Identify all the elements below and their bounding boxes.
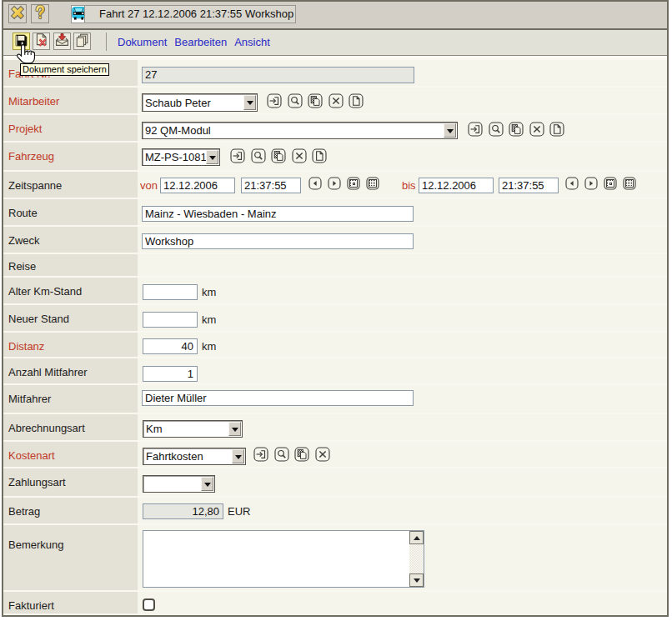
anzahl_mitfahrer-input[interactable]: 1 — [143, 366, 198, 382]
projekt-search-button[interactable] — [489, 123, 504, 138]
kostenart-goto-button[interactable] — [253, 448, 268, 463]
row-zeitspanne: Zeitspannevon12.12.200621:37:55 bis12.12… — [3, 170, 667, 198]
row-mitarbeiter: MitarbeiterSchaub Peter — [3, 86, 667, 113]
eur-unit: EUR — [228, 505, 250, 518]
fahrzeug-search-button[interactable] — [251, 149, 266, 164]
kostenart-clear-button[interactable] — [315, 448, 330, 463]
row-neuer_stand: Neuer Standkm — [3, 303, 667, 331]
calendar-icon — [366, 177, 379, 193]
von-time-input[interactable]: 21:37:55 — [241, 178, 301, 193]
close-button[interactable] — [8, 4, 27, 23]
scroll-up-button[interactable] — [409, 531, 424, 544]
bemerkung-scrollbar[interactable] — [409, 531, 424, 587]
kostenart-copy-button[interactable] — [294, 448, 309, 463]
menu-dokument[interactable]: Dokument — [118, 36, 167, 48]
bis-prev-button[interactable] — [565, 178, 579, 191]
projekt-dropdown-arrow[interactable] — [444, 123, 456, 138]
fahrzeug-clear-button[interactable] — [292, 149, 307, 164]
projekt-goto-button[interactable] — [468, 123, 483, 138]
fahrzeug-dropdown-arrow[interactable] — [206, 150, 218, 164]
km-unit: km — [202, 286, 216, 298]
kostenart-dropdown-arrow[interactable] — [232, 449, 244, 463]
projekt-copy-button[interactable] — [509, 123, 524, 138]
betrag-label: Betrag — [8, 505, 40, 518]
toolbar-separator — [106, 33, 107, 51]
search-icon — [274, 447, 289, 464]
app-window: Fahrt 27 12.12.2006 21:37:55 Workshop Do… — [2, 0, 669, 617]
bis-calendar-select-button[interactable] — [604, 178, 617, 191]
fahrzeug-label: Fahrzeug — [8, 150, 54, 163]
copy-icon — [308, 93, 323, 111]
von-prev-button[interactable] — [308, 178, 322, 191]
copy-document-button[interactable] — [73, 33, 91, 50]
projekt-dropdown[interactable]: 92 QM-Modul — [142, 122, 458, 139]
neuer_stand-input[interactable] — [143, 312, 198, 328]
goto-icon — [468, 122, 483, 139]
fahrt_nr-input[interactable]: 27 — [142, 67, 414, 83]
next-icon — [584, 177, 598, 193]
row-betrag: Betrag12,80EUR — [3, 496, 667, 523]
title-bar: Fahrt 27 12.12.2006 21:37:55 Workshop — [3, 2, 667, 30]
fahrzeug-goto-button[interactable] — [230, 149, 245, 164]
row-bemerkung: Bemerkung — [3, 523, 667, 590]
von-next-button[interactable] — [328, 178, 341, 191]
fakturiert-checkbox[interactable] — [143, 598, 155, 611]
mitarbeiter-clear-button[interactable] — [328, 94, 344, 109]
row-mitfahrer: MitfahrerDieter Müller — [3, 383, 667, 413]
projekt-new-button[interactable] — [549, 123, 564, 138]
scroll-down-button[interactable] — [409, 573, 424, 587]
von-calendar-select-button[interactable] — [347, 178, 360, 191]
menu-ansicht[interactable]: Ansicht — [234, 36, 270, 48]
clear-icon — [529, 122, 544, 139]
mitfahrer-input[interactable]: Dieter Müller — [142, 390, 414, 406]
route-input[interactable]: Mainz - Wiesbaden - Mainz — [142, 206, 414, 222]
von-calendar-button[interactable] — [366, 178, 379, 191]
mitarbeiter-copy-button[interactable] — [308, 94, 323, 109]
archive-document-button[interactable] — [53, 33, 71, 50]
row-fahrzeug: FahrzeugMZ-PS-1081 — [3, 141, 667, 170]
bis-next-button[interactable] — [584, 178, 598, 191]
von-label: von — [140, 179, 158, 192]
reise-label: Reise — [8, 260, 36, 273]
help-button[interactable] — [31, 4, 49, 23]
fahrzeug-new-button[interactable] — [312, 149, 327, 164]
bis-calendar-button[interactable] — [623, 178, 636, 191]
copy-icon — [271, 148, 286, 166]
abrechnungsart-dropdown-value: Km — [146, 421, 228, 437]
alter_km_stand-input[interactable] — [143, 284, 198, 300]
prev-icon — [308, 177, 322, 193]
calendar-icon — [623, 177, 636, 193]
mitarbeiter-dropdown[interactable]: Schaub Peter — [142, 93, 258, 112]
row-alter_km_stand: Alter Km-Standkm — [3, 276, 667, 303]
betrag-input[interactable]: 12,80 — [143, 503, 223, 519]
kostenart-dropdown[interactable]: Fahrtkosten — [143, 448, 246, 465]
fahrzeug-dropdown-value: MZ-PS-1081 — [145, 149, 206, 165]
bis-date-input[interactable]: 12.12.2006 — [419, 178, 494, 193]
bemerkung-textarea[interactable] — [143, 530, 424, 588]
zahlungsart-dropdown-arrow[interactable] — [201, 477, 213, 491]
fakturiert-label: Fakturiert — [8, 599, 54, 612]
bemerkung-label: Bemerkung — [8, 538, 63, 551]
projekt-clear-button[interactable] — [529, 123, 544, 138]
mitarbeiter-new-button[interactable] — [349, 94, 364, 109]
kostenart-search-button[interactable] — [274, 448, 289, 463]
menu-bearbeiten[interactable]: Bearbeiten — [174, 36, 227, 48]
abrechnungsart-dropdown-arrow[interactable] — [228, 422, 241, 436]
mitarbeiter-goto-button[interactable] — [267, 94, 282, 109]
row-kostenart: KostenartFahrtkosten — [3, 440, 667, 467]
row-anzahl_mitfahrer: Anzahl Mitfahrer1 — [3, 357, 667, 383]
bis-label: bis — [402, 179, 416, 192]
km-unit: km — [202, 340, 216, 353]
bis-time-input[interactable]: 21:37:55 — [499, 178, 559, 193]
mitarbeiter-dropdown-arrow[interactable] — [243, 95, 256, 110]
zahlungsart-dropdown[interactable] — [143, 475, 215, 493]
form: Fahrt Nr.27MitarbeiterSchaub Peter Proje… — [3, 58, 667, 613]
fahrzeug-copy-button[interactable] — [271, 149, 286, 164]
row-reise: Reise — [3, 253, 667, 276]
von-date-input[interactable]: 12.12.2006 — [160, 178, 235, 193]
mitarbeiter-search-button[interactable] — [288, 94, 303, 109]
abrechnungsart-dropdown[interactable]: Km — [143, 420, 243, 438]
distanz-input[interactable]: 40 — [143, 338, 198, 354]
zweck-input[interactable]: Workshop — [142, 233, 414, 249]
fahrzeug-dropdown[interactable]: MZ-PS-1081 — [142, 148, 220, 166]
